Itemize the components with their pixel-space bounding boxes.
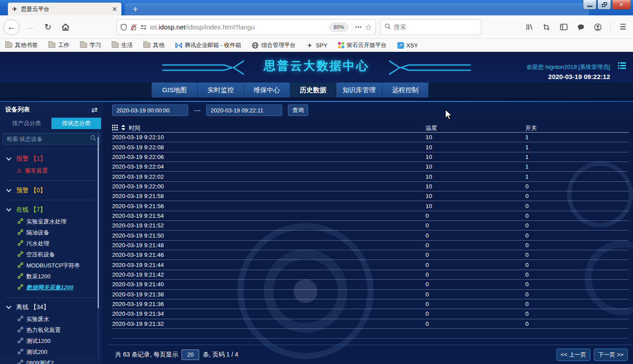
content-area: 设备列表 ⇄ 按产品分类 按状态分类 报警 【1】 xyxy=(0,102,633,364)
browser-tab[interactable]: ✈ 思普云平台 ✕ xyxy=(8,3,121,15)
warning-triangle-icon: ⚠ xyxy=(17,167,22,174)
device-search-box[interactable] xyxy=(3,133,100,144)
tab-by-status[interactable]: 按状态分类 xyxy=(51,118,101,129)
cell-temperature: 0 xyxy=(426,232,525,239)
bookmark-mgmt-platform[interactable]: 综合管理平台 xyxy=(252,41,296,49)
link-chain-icon xyxy=(18,240,23,247)
broken-link-icon xyxy=(18,316,23,323)
table-row: 2020-03-19 9:22:10 10 1 xyxy=(112,133,629,142)
folder-icon xyxy=(112,43,119,48)
new-tab-button[interactable]: + xyxy=(129,4,142,14)
table-row: 2020-03-19 9:21:32 0 0 xyxy=(112,319,629,329)
header-list-icon[interactable] xyxy=(618,62,626,71)
device-item-offline[interactable]: 测试1200 xyxy=(0,335,103,346)
bookmark-xsy[interactable]: ↗ XSY xyxy=(397,42,418,49)
nav-tab[interactable]: 历史数据 xyxy=(290,83,336,97)
library-icon[interactable] xyxy=(523,21,536,34)
page-actions-icon[interactable]: ⋯ xyxy=(355,23,362,31)
start-time-input[interactable] xyxy=(112,105,188,116)
cell-time: 2020-03-19 9:22:00 xyxy=(112,183,426,190)
next-page-button[interactable]: 下一页 >> xyxy=(594,349,628,361)
bookmark-folder[interactable]: 其他 xyxy=(143,41,164,49)
account-icon[interactable] xyxy=(591,21,604,34)
link-chain-icon xyxy=(18,218,23,225)
back-button[interactable]: ← xyxy=(4,19,19,35)
welcome-user: 欢迎您 hignton2019 [系统管理员] xyxy=(527,63,610,71)
device-item-online[interactable]: 数采1200 xyxy=(0,271,103,282)
nav-tab[interactable]: 知识库管理 xyxy=(336,83,382,97)
ezviz-icon xyxy=(338,42,344,48)
query-button[interactable]: 查询 xyxy=(288,105,308,116)
screenshot-crop-icon[interactable] xyxy=(540,21,553,34)
nav-tab[interactable]: GIS地图 xyxy=(152,83,198,97)
search-bar[interactable]: 搜索 xyxy=(380,19,481,35)
column-chooser-grid-icon[interactable] xyxy=(112,125,118,132)
device-item-online[interactable]: 隔油设备 xyxy=(0,227,103,238)
nav-tab[interactable]: 远程控制 xyxy=(382,83,429,97)
bookmark-folder[interactable]: 生活 xyxy=(112,41,133,49)
forward-button[interactable]: → xyxy=(24,21,37,34)
bookmark-spy[interactable]: ✈ SPY xyxy=(306,42,327,49)
url-bar[interactable]: iot.idosp.net/idosp/index.html?langu 80%… xyxy=(116,19,376,35)
window-restore-button[interactable] xyxy=(597,0,611,10)
home-button[interactable] xyxy=(59,21,72,34)
bookmark-folder[interactable]: 学习 xyxy=(80,41,101,49)
globe-icon xyxy=(252,42,259,49)
device-search-input[interactable] xyxy=(7,136,90,142)
device-item-online[interactable]: 数据网关采集1200 xyxy=(0,282,103,293)
folder-icon xyxy=(5,43,12,48)
sidebar-scrollbar-thumb[interactable] xyxy=(98,137,99,308)
messages-bubble-icon[interactable] xyxy=(574,21,587,34)
cell-temperature: 10 xyxy=(426,193,525,199)
group-warning-header[interactable]: 预警 【0】 xyxy=(0,186,103,195)
end-time-input[interactable] xyxy=(206,105,282,116)
permissions-icon[interactable] xyxy=(140,24,147,30)
nav-tab[interactable]: 维保中心 xyxy=(244,83,290,97)
insecure-lock-icon[interactable] xyxy=(130,24,137,31)
sidebar-title: 设备列表 xyxy=(5,106,91,114)
bookmark-mail[interactable]: 腾讯企业邮箱 - 收件箱 xyxy=(175,41,241,49)
group-alarm-header[interactable]: 报警 【1】 xyxy=(0,154,103,164)
device-item-offline[interactable]: 0809测试2 xyxy=(0,357,103,364)
sidebar-toggle-icon[interactable] xyxy=(557,21,570,34)
menu-hamburger-icon[interactable]: ☰ xyxy=(616,21,629,34)
zoom-level-badge[interactable]: 80% xyxy=(329,23,349,32)
search-icon xyxy=(90,135,96,143)
url-text[interactable]: iot.idosp.net/idosp/index.html?langu xyxy=(150,23,326,31)
cell-temperature: 10 xyxy=(426,134,525,141)
device-item-offline[interactable]: 实验废水 xyxy=(0,314,103,324)
cell-switch: 0 xyxy=(525,321,629,327)
bookmark-star-icon[interactable]: ☆ xyxy=(365,22,372,32)
window-close-button[interactable]: ✕ xyxy=(612,0,631,10)
device-item-offline[interactable]: 测试200 xyxy=(0,346,103,357)
bookmark-ezviz[interactable]: 萤石云开放平台 xyxy=(338,41,387,49)
prev-page-button[interactable]: << 上一页 xyxy=(557,349,590,361)
group-offline-header[interactable]: 离线 【34】 xyxy=(0,303,103,312)
cell-switch: 0 xyxy=(525,310,629,317)
xsy-icon: ↗ xyxy=(397,42,404,49)
page-size-input[interactable] xyxy=(182,350,199,360)
cell-switch: 0 xyxy=(525,203,629,209)
cell-temperature: 10 xyxy=(426,163,525,170)
group-online-header[interactable]: 在线 【7】 xyxy=(0,205,103,215)
column-time-label: 时间 xyxy=(129,124,140,132)
device-item-offline[interactable]: 热力氧化装置 xyxy=(0,324,103,335)
sort-icon[interactable] xyxy=(121,125,125,132)
cell-switch: 0 xyxy=(525,213,629,219)
table-row: 2020-03-19 9:21:36 0 0 xyxy=(112,299,629,309)
tab-by-product[interactable]: 按产品分类 xyxy=(2,118,51,129)
tracking-shield-icon[interactable] xyxy=(120,24,127,31)
window-minimize-button[interactable] xyxy=(583,0,597,10)
nav-tab[interactable]: 实时监控 xyxy=(198,83,244,97)
device-item-alarm[interactable]: ⚠ 猴车装置 xyxy=(0,165,103,176)
reload-button[interactable]: ↻ xyxy=(41,21,55,34)
tab-close-icon[interactable]: ✕ xyxy=(112,6,117,12)
bookmark-folder[interactable]: 工作 xyxy=(48,41,69,49)
cell-temperature: 0 xyxy=(426,281,525,288)
device-item-online[interactable]: 污水处理 xyxy=(0,238,103,249)
device-item-online[interactable]: 实验室废水处理 xyxy=(0,216,103,227)
bookmark-folder[interactable]: 其他书签 xyxy=(5,41,38,49)
device-item-online[interactable]: MODBUSTCP字符串 xyxy=(0,260,103,271)
device-item-online[interactable]: 空压机设备 xyxy=(0,249,103,260)
collapse-swap-icon[interactable]: ⇄ xyxy=(91,106,98,114)
